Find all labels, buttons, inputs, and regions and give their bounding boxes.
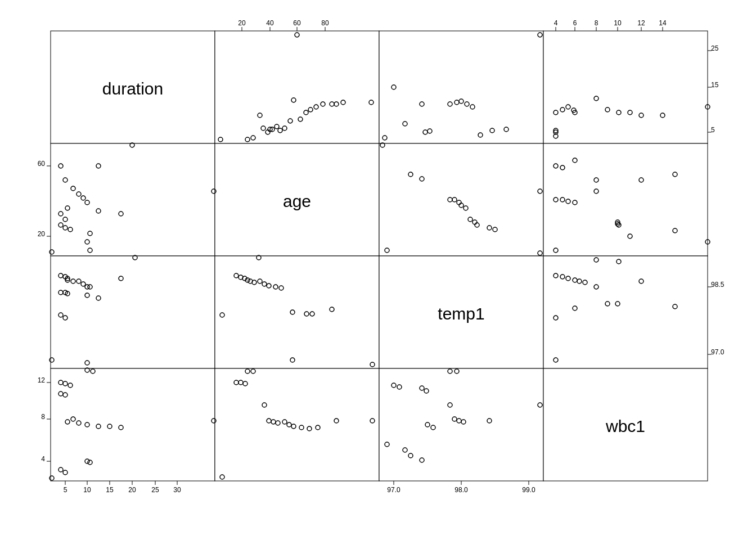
top-axis-wbc1-10: 10 [614,19,622,27]
label-age: age [283,192,311,210]
bot-axis-dur-20: 20 [128,486,136,494]
top-axis-wbc1-8: 8 [595,19,598,27]
pairs-plot-svg: duration age temp1 wbc1 20 40 60 80 4 6 … [0,0,756,540]
top-axis-age-40: 40 [266,19,274,27]
top-axis-wbc1-4: 4 [554,19,558,27]
top-axis-wbc1-14: 14 [659,19,667,27]
svg-rect-3 [543,31,708,143]
svg-rect-13 [215,368,379,481]
left-axis-age-20: 20 [38,230,46,238]
svg-rect-9 [215,256,379,368]
svg-rect-7 [543,143,708,256]
right-axis-dur-25: 25 [711,44,719,52]
top-axis-wbc1-12: 12 [637,19,645,27]
bot-axis-temp-980: 98.0 [454,486,468,494]
right-axis-dur-15: 15 [711,81,719,89]
scatter-matrix: duration age temp1 wbc1 20 40 60 80 4 6 … [0,0,756,540]
right-axis-temp-985: 98.5 [711,281,724,289]
bot-axis-dur-30: 30 [173,486,181,494]
bot-axis-dur-25: 25 [151,486,159,494]
left-axis-age-60: 60 [38,160,46,168]
svg-rect-11 [543,256,708,368]
bot-axis-temp-990: 99.0 [522,486,536,494]
label-temp1: temp1 [438,304,484,323]
label-duration: duration [102,79,163,98]
svg-rect-8 [51,256,215,368]
svg-rect-12 [51,368,215,481]
svg-rect-2 [379,31,543,143]
right-axis-temp-970: 97.0 [711,348,724,356]
bot-axis-dur-5: 5 [64,486,68,494]
top-axis-age-20: 20 [238,19,246,27]
svg-rect-14 [379,368,543,481]
top-axis-age-60: 60 [293,19,301,27]
svg-rect-1 [215,31,379,143]
svg-rect-6 [379,143,543,256]
top-axis-wbc1-6: 6 [573,19,577,27]
left-axis-wbc1-12: 12 [38,376,46,384]
left-axis-wbc1-4: 4 [41,455,45,463]
right-axis-dur-5: 5 [711,126,715,134]
bot-axis-dur-10: 10 [83,486,91,494]
bot-axis-dur-15: 15 [106,486,114,494]
top-axis-age-80: 80 [321,19,329,27]
svg-rect-4 [51,143,215,256]
bot-axis-temp-970: 97.0 [387,486,400,494]
label-wbc1: wbc1 [605,417,645,435]
left-axis-wbc1-8: 8 [41,413,45,421]
